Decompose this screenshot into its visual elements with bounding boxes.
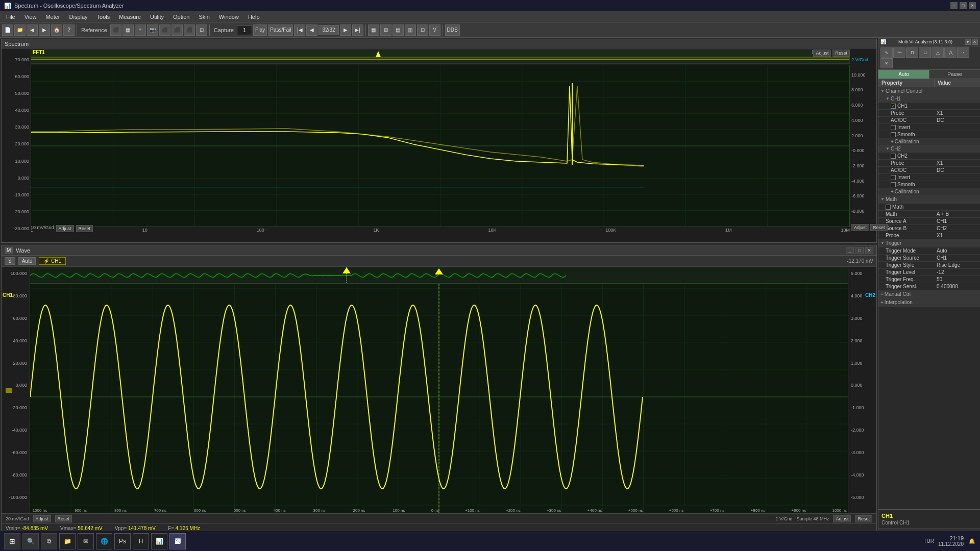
notification-button[interactable]: 🔔 <box>968 537 976 545</box>
photoshop-button[interactable]: Ps <box>114 533 131 549</box>
menu-utility[interactable]: Utility <box>146 13 168 21</box>
fft2-adjust-button[interactable]: Adjust <box>851 224 869 231</box>
fft-scale-reset[interactable]: Reset <box>76 225 93 232</box>
wave-trigger-marker <box>435 268 443 277</box>
prev-capture[interactable]: |◀ <box>294 24 305 36</box>
home-button[interactable]: 🏠 <box>51 24 62 36</box>
auto-badge[interactable]: Auto <box>18 257 36 265</box>
math-checkbox[interactable] <box>886 205 891 210</box>
ch1-checkbox[interactable]: ✓ <box>891 104 896 109</box>
menu-tools[interactable]: Tools <box>93 13 114 21</box>
start-button[interactable]: ⊞ <box>4 533 20 549</box>
display-btn4[interactable]: ▥ <box>405 24 416 36</box>
sidebar-icon-wave2[interactable]: 〜 <box>893 47 905 58</box>
display-btn2[interactable]: ⊞ <box>380 24 391 36</box>
ref-btn-5[interactable]: ⬛ <box>159 24 170 36</box>
math-expand-icon[interactable]: ▼ <box>880 197 885 202</box>
taskview-button[interactable]: ⧉ <box>41 533 57 549</box>
sidebar-icon-noise[interactable]: ⋯ <box>957 47 969 58</box>
next-capture[interactable]: ▶| <box>352 24 363 36</box>
ch2-invert-checkbox[interactable] <box>891 175 896 180</box>
mvir-dropdown[interactable]: ▾ <box>965 39 971 45</box>
auto-tab[interactable]: Auto <box>878 70 929 79</box>
close-button[interactable]: ✕ <box>969 2 976 9</box>
wave-rst2-button[interactable]: Reset <box>855 515 872 522</box>
sidebar-icon-square[interactable]: ⊓ <box>906 47 918 58</box>
ch2-calib-expand[interactable]: + <box>891 189 894 194</box>
fft-reset-button[interactable]: Reset <box>832 49 850 57</box>
mail-button[interactable]: ✉ <box>78 533 94 549</box>
volt-btn[interactable]: V <box>429 24 440 36</box>
forward-button[interactable]: ▶ <box>39 24 50 36</box>
ch1-smooth-checkbox[interactable] <box>891 132 896 137</box>
capture-input[interactable] <box>237 25 252 35</box>
search-button[interactable]: 🔍 <box>22 533 39 549</box>
play-button[interactable]: Play <box>253 24 267 36</box>
minimize-button[interactable]: – <box>950 2 958 9</box>
fft-navigator[interactable] <box>31 49 850 64</box>
open-button[interactable]: 📁 <box>14 24 26 36</box>
step-back[interactable]: ◀ <box>306 24 317 36</box>
wave-adj2-button[interactable]: Adjust <box>833 515 851 522</box>
sidebar-icon-wave1[interactable]: ∿ <box>880 47 893 58</box>
fft-scale-adjust[interactable]: Adjust <box>56 225 74 232</box>
menu-window[interactable]: Window <box>215 13 243 21</box>
explorer-button[interactable]: 📁 <box>59 533 76 549</box>
new-button[interactable]: 📄 <box>2 24 13 36</box>
wave-restore-button[interactable]: □ <box>855 247 864 254</box>
menu-skin[interactable]: Skin <box>194 13 213 21</box>
scope-taskbar-button[interactable]: 📉 <box>169 533 186 549</box>
display-btn3[interactable]: ▤ <box>393 24 404 36</box>
ch1-badge[interactable]: ⚡ CH1 <box>39 257 66 265</box>
menu-option[interactable]: Option <box>169 13 193 21</box>
ch1-invert-checkbox[interactable] <box>891 125 896 130</box>
display-btn5[interactable]: ⊡ <box>417 24 428 36</box>
trigger-expand-icon[interactable]: ▼ <box>880 241 885 245</box>
ch1-calib-expand[interactable]: + <box>891 139 894 144</box>
mvir-close[interactable]: ✕ <box>972 39 978 45</box>
passfail-button[interactable]: Pass/Fail <box>268 24 293 36</box>
wave-adjust-button[interactable]: Adjust <box>33 515 51 522</box>
ref-btn-3[interactable]: ≡ <box>135 24 146 36</box>
maximize-button[interactable]: □ <box>960 2 967 9</box>
browser-button[interactable]: 🌐 <box>96 533 112 549</box>
display-btn1[interactable]: ▦ <box>368 24 379 36</box>
fft-adjust-button[interactable]: Adjust <box>813 49 831 57</box>
sidebar-icon-x[interactable]: ✕ <box>880 58 893 68</box>
ref-btn-8[interactable]: ⊡ <box>196 24 207 36</box>
menu-file[interactable]: File <box>2 13 19 21</box>
ref-btn-4[interactable]: 📷 <box>147 24 158 36</box>
help-button[interactable]: ? <box>63 24 75 36</box>
property-header: Property <box>878 79 935 87</box>
wave-reset-button[interactable]: Reset <box>55 515 72 522</box>
sidebar-icon-pulse[interactable]: ⊔ <box>919 47 931 58</box>
sidebar-icon-tri[interactable]: △ <box>932 47 944 58</box>
wave-minimize-button[interactable]: _ <box>846 247 854 254</box>
menu-meter[interactable]: Meter <box>41 13 64 21</box>
wave-close-button[interactable]: ✕ <box>865 247 873 254</box>
back-button[interactable]: ◀ <box>27 24 38 36</box>
hantek-button[interactable]: H <box>133 533 149 549</box>
step-fwd[interactable]: ▶ <box>340 24 351 36</box>
manual-ctrl-section: + Manual Ctrl <box>878 290 980 298</box>
ch2-expand-icon[interactable]: ▼ <box>886 146 890 151</box>
menu-measure[interactable]: Measure <box>115 13 145 21</box>
interpolation-expand[interactable]: + <box>880 299 884 305</box>
manual-ctrl-expand[interactable]: + <box>880 291 884 297</box>
menu-view[interactable]: View <box>20 13 41 21</box>
ch2-checkbox[interactable] <box>891 154 896 159</box>
ref-btn-7[interactable]: ⬛ <box>184 24 195 36</box>
dds-button[interactable]: DDS <box>445 24 460 36</box>
app5-button[interactable]: 📊 <box>151 533 167 549</box>
pause-tab[interactable]: Pause <box>929 70 980 79</box>
sidebar-icon-saw[interactable]: ⋀ <box>944 47 957 58</box>
ch2-smooth-checkbox[interactable] <box>891 182 896 187</box>
menu-help[interactable]: Help <box>244 13 264 21</box>
menu-display[interactable]: Display <box>65 13 92 21</box>
ref-btn-6[interactable]: ⬛ <box>172 24 183 36</box>
ch1-expand-icon[interactable]: ▼ <box>886 96 890 101</box>
ref-btn-2[interactable]: ▦ <box>122 24 134 36</box>
ref-btn-1[interactable]: ⬛ <box>110 24 121 36</box>
channel-expand-icon[interactable]: ▼ <box>880 89 885 93</box>
fft2-reset-button[interactable]: Reset <box>870 224 888 231</box>
